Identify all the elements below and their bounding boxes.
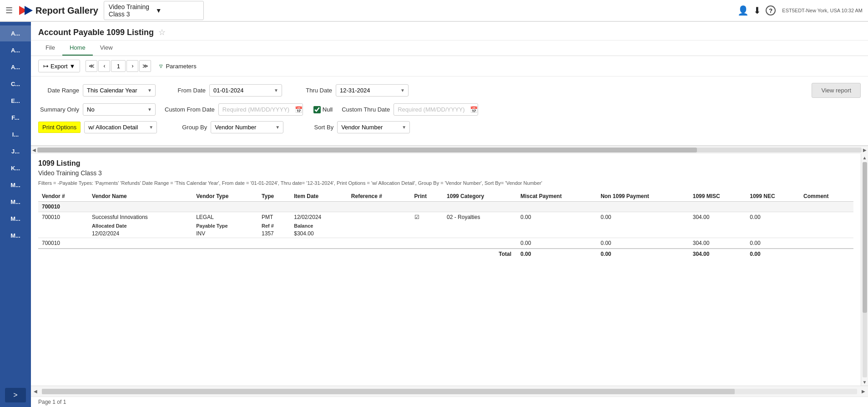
- thru-date-label: Thru Date: [291, 87, 332, 94]
- custom-from-date-input[interactable]: [218, 103, 303, 116]
- sidebar-item-c[interactable]: C...: [0, 76, 31, 92]
- alloc-type: INV: [192, 229, 258, 238]
- sidebar-item-a2[interactable]: A...: [0, 42, 31, 58]
- alloc-empty: [38, 229, 88, 238]
- first-page-button[interactable]: ≪: [86, 60, 97, 72]
- hscroll-thumb[interactable]: [37, 148, 697, 153]
- sidebar-item-m1[interactable]: M...: [0, 177, 31, 193]
- date-range-label: Date Range: [38, 87, 79, 94]
- horizontal-scrollbar[interactable]: ◀ ▶: [31, 146, 868, 154]
- app-title: Report Gallery: [35, 5, 98, 16]
- summary-only-label: Summary Only: [38, 106, 79, 113]
- alloc-ref: 1357: [258, 229, 290, 238]
- vscroll-thumb[interactable]: [863, 162, 867, 313]
- sidebar-item-j[interactable]: J...: [0, 143, 31, 159]
- bottom-scroll-thumb[interactable]: [42, 389, 735, 394]
- alloc-spacer: [411, 229, 853, 238]
- summary-only-select[interactable]: No: [83, 103, 156, 116]
- bottom-scroll-left-arrow[interactable]: ◀: [31, 386, 40, 397]
- null-checkbox-group: Null: [313, 106, 333, 113]
- thru-date-select[interactable]: 12-31-2024: [336, 84, 409, 97]
- vendor-group-row: 700010: [38, 202, 853, 212]
- export-chevron-icon: ▼: [70, 63, 76, 70]
- print-options-group: Print Options w/ Allocation Detail: [38, 121, 157, 133]
- cell-print: ☑: [411, 212, 444, 223]
- tab-file[interactable]: File: [38, 41, 62, 56]
- hscroll-right-arrow[interactable]: ▶: [862, 146, 868, 154]
- sidebar-item-f[interactable]: F...: [0, 110, 31, 126]
- col-vendor-type: Vendor Type: [192, 191, 258, 202]
- export-button[interactable]: ↦ Export ▼: [38, 60, 80, 72]
- calendar2-icon[interactable]: 📅: [470, 106, 478, 113]
- hscroll-left-arrow[interactable]: ◀: [31, 146, 37, 154]
- subtotal-vendor: 700010: [38, 238, 88, 249]
- subtotal-non1099: 0.00: [597, 238, 689, 249]
- user-icon[interactable]: 👤: [737, 5, 749, 16]
- last-page-button[interactable]: ≫: [139, 60, 151, 72]
- view-report-button[interactable]: View report: [812, 83, 861, 98]
- sidebar-item-a3[interactable]: A...: [0, 59, 31, 75]
- from-date-select[interactable]: 01-01-2024: [209, 84, 282, 97]
- tab-home[interactable]: Home: [62, 41, 93, 56]
- group-by-label: Group By: [166, 124, 207, 131]
- tab-view[interactable]: View: [93, 41, 120, 56]
- filter-icon: ▿: [159, 62, 163, 70]
- sort-by-select-wrap: Vendor Number: [337, 121, 410, 133]
- alloc-date: 12/02/2024: [88, 229, 192, 238]
- sidebar-item-a1[interactable]: A...: [0, 25, 31, 41]
- sort-by-select[interactable]: Vendor Number: [337, 121, 410, 133]
- col-1099-nec: 1099 NEC: [746, 191, 800, 202]
- null-checkbox[interactable]: [313, 106, 321, 113]
- sidebar-item-m3[interactable]: M...: [0, 211, 31, 227]
- sidebar-item-m4[interactable]: M...: [0, 228, 31, 244]
- col-item-date: Item Date: [290, 191, 348, 202]
- print-options-select[interactable]: w/ Allocation Detail: [84, 121, 157, 133]
- sidebar-item-k[interactable]: K...: [0, 160, 31, 176]
- params-row-1: Date Range This Calendar Year From Date …: [38, 83, 861, 98]
- sidebar-expand-button[interactable]: >: [5, 388, 26, 402]
- sidebar-item-e[interactable]: E...: [0, 93, 31, 109]
- sort-by-group: Sort By Vendor Number: [293, 121, 410, 133]
- page-number-input[interactable]: 1: [111, 60, 126, 72]
- summary-only-group: Summary Only No: [38, 103, 156, 116]
- subtotal-miscat: 0.00: [517, 238, 597, 249]
- vscroll-down-arrow[interactable]: ▼: [861, 378, 868, 386]
- group-by-select-wrap: Vendor Number: [211, 121, 283, 133]
- bottom-scroll-track: [42, 389, 857, 394]
- date-range-select[interactable]: This Calendar Year: [83, 84, 156, 97]
- group-by-select[interactable]: Vendor Number: [211, 121, 283, 133]
- col-comment: Comment: [800, 191, 853, 202]
- custom-thru-date-input[interactable]: [394, 103, 478, 116]
- col-vendor-num: Vendor #: [38, 191, 88, 202]
- toolbar: ↦ Export ▼ ≪ ‹ 1 › ≫ ▿ Parameters: [31, 56, 868, 76]
- bottom-scrollbar-bar: ◀ ▶: [31, 386, 868, 397]
- calendar-icon[interactable]: 📅: [295, 106, 303, 113]
- page-info: Page 1 of 1: [31, 397, 868, 407]
- download-icon[interactable]: ⬇: [753, 5, 761, 16]
- help-icon[interactable]: ?: [766, 5, 776, 15]
- cell-1099-nec: 0.00: [746, 212, 800, 223]
- sidebar-item-m2[interactable]: M...: [0, 194, 31, 210]
- parameters-section: Date Range This Calendar Year From Date …: [31, 76, 868, 146]
- cell-1099-category: 02 - Royalties: [443, 212, 517, 223]
- alloc-col-ref-label: Ref #: [258, 222, 290, 229]
- from-date-label: From Date: [165, 87, 206, 94]
- total-nec: 0.00: [746, 249, 800, 259]
- col-non-1099: Non 1099 Payment: [597, 191, 689, 202]
- alloc-balance: $304.00: [290, 229, 410, 238]
- bottom-scroll-right-arrow[interactable]: ▶: [859, 386, 868, 397]
- hamburger-menu[interactable]: ☰: [5, 5, 13, 15]
- parameters-button[interactable]: ▿ Parameters: [155, 60, 201, 72]
- next-page-button[interactable]: ›: [126, 60, 138, 72]
- prev-page-button[interactable]: ‹: [98, 60, 110, 72]
- subtotal-comment: [800, 238, 853, 249]
- sidebar-item-i[interactable]: I...: [0, 127, 31, 142]
- sidebar: A... A... A... C... E... F... I... J... …: [0, 22, 31, 407]
- dropdown-chevron-icon: ▼: [156, 7, 199, 14]
- print-options-label: Print Options: [38, 122, 81, 133]
- favorite-star-icon[interactable]: ☆: [158, 27, 166, 37]
- vscroll-up-arrow[interactable]: ▲: [861, 154, 868, 161]
- vertical-scrollbar[interactable]: ▲ ▼: [861, 154, 868, 386]
- report-dropdown[interactable]: Video Training Class 3 ▼: [104, 1, 204, 20]
- cell-item-date: 12/02/2024: [290, 212, 348, 223]
